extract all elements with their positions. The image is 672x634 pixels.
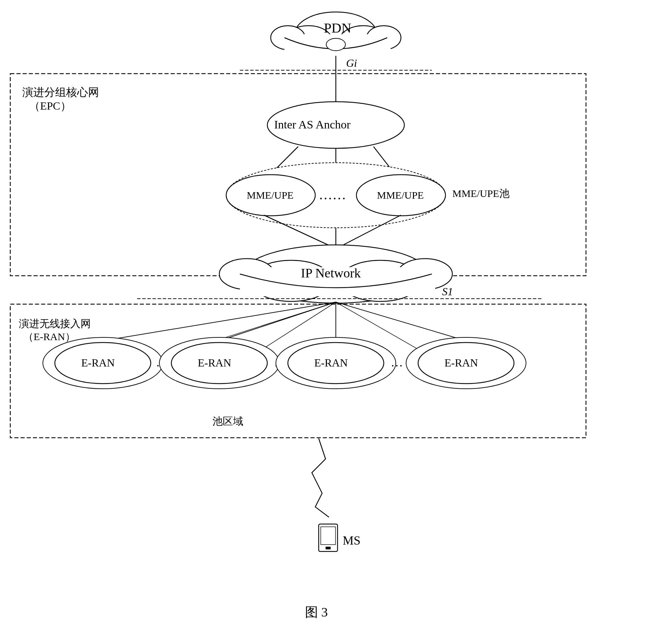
svg-point-6 (326, 38, 345, 51)
eran4-label: E-RAN (444, 357, 478, 369)
network-diagram: 演进分组核心网 （EPC） PDN Gi Inter A (0, 0, 672, 634)
mme1-label: MME/UPE (247, 189, 294, 201)
figure-label: 图 3 (305, 605, 328, 619)
ipnet-to-eran4 (336, 302, 466, 341)
lightning-line (312, 438, 329, 517)
eran-dots3: … (391, 356, 403, 369)
s1-label: S1 (442, 285, 453, 298)
epc-label: 演进分组核心网 (22, 86, 99, 98)
ms-label: MS (343, 534, 361, 547)
mme2-label: MME/UPE (377, 189, 424, 201)
svg-rect-14 (321, 527, 335, 545)
ip-network-label: IP Network (301, 266, 361, 280)
pdn-label: PDN (324, 20, 351, 36)
eran2-label: E-RAN (198, 357, 231, 369)
eran3-label: E-RAN (314, 357, 348, 369)
eran1-label: E-RAN (81, 357, 115, 369)
svg-rect-15 (326, 547, 331, 549)
inter-as-label: Inter AS Anchor (274, 118, 351, 131)
pool-area-label: 池区域 (212, 415, 243, 427)
eran-label2: （E-RAN） (23, 331, 75, 342)
ip-network-cloud: IP Network (219, 245, 452, 303)
gi-label: Gi (346, 57, 357, 69)
epc-label2: （EPC） (29, 100, 71, 112)
eran-label1: 演进无线接入网 (19, 318, 91, 329)
ipnet-to-eran1 (103, 302, 336, 341)
pdn-cloud: PDN (271, 12, 401, 58)
mme-dots: …… (319, 187, 346, 202)
ms-icon (319, 524, 338, 551)
diagram-container: 演进分组核心网 （EPC） PDN Gi Inter A (0, 0, 672, 634)
mme-pool-label: MME/UPE池 (452, 188, 510, 199)
